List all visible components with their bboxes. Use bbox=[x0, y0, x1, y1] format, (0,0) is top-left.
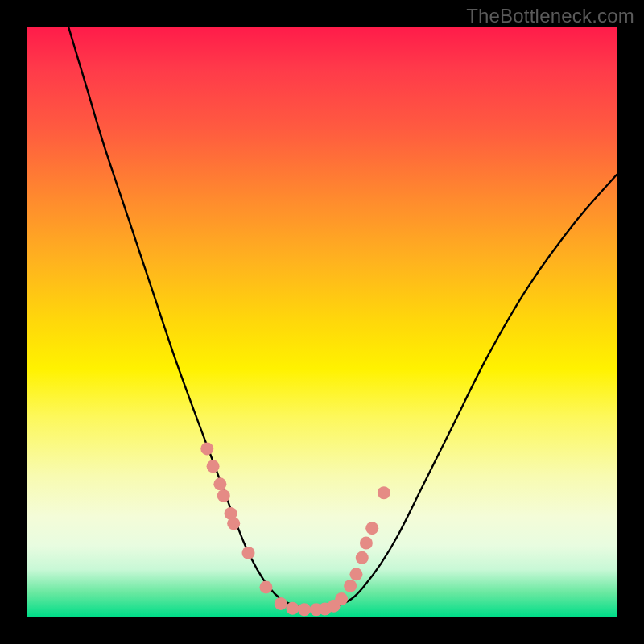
plot-area bbox=[27, 27, 617, 617]
scatter-dot bbox=[207, 460, 220, 473]
watermark-text: TheBottleneck.com bbox=[466, 5, 634, 27]
scatter-dot bbox=[275, 597, 287, 610]
scatter-dot bbox=[344, 580, 357, 592]
scatter-dot bbox=[227, 517, 240, 530]
scatter-dot bbox=[259, 580, 272, 593]
scatter-dot bbox=[335, 592, 348, 605]
scatter-dot bbox=[242, 547, 255, 559]
scatter-dot bbox=[298, 603, 311, 616]
scatter-dot bbox=[200, 442, 213, 455]
scatter-dot bbox=[356, 551, 369, 564]
scatter-dot bbox=[213, 477, 226, 490]
scatter-dot bbox=[365, 522, 378, 535]
scatter-dot bbox=[217, 489, 230, 502]
bottleneck-curve bbox=[68, 27, 617, 610]
scatter-dot bbox=[286, 602, 299, 615]
scatter-dot bbox=[349, 568, 362, 580]
chart-svg bbox=[27, 27, 617, 617]
scatter-dot bbox=[360, 537, 373, 550]
chart-frame: TheBottleneck.com bbox=[0, 0, 644, 644]
scatter-dot bbox=[378, 486, 390, 499]
